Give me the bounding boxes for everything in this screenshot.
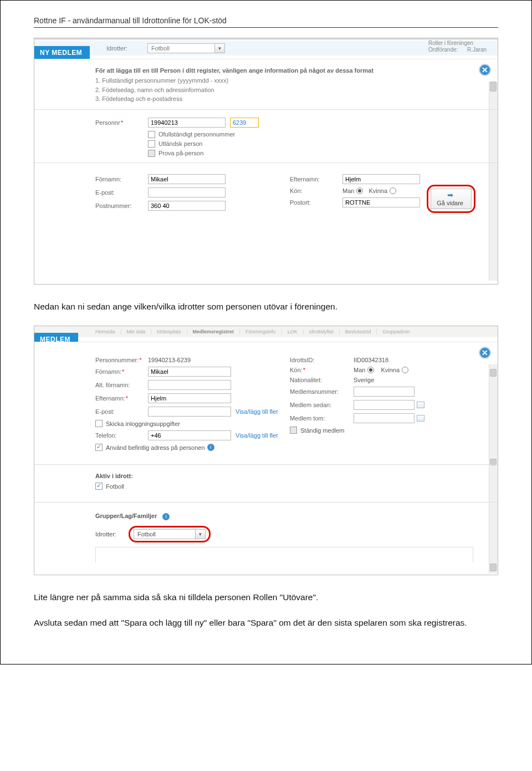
checkbox-utlandsk[interactable]	[148, 140, 155, 148]
medlemsnr-input[interactable]	[354, 387, 415, 397]
efternamn-input[interactable]	[342, 174, 420, 184]
personnr-label: Personnummer:	[95, 357, 148, 363]
medlem-sedan-input[interactable]	[354, 400, 415, 410]
postort-input[interactable]	[342, 197, 420, 207]
checkbox-standig[interactable]	[290, 427, 297, 434]
idrottsid-value: IID00342318	[354, 357, 388, 363]
aktiv-i-idrott-title: Aktiv i idrott:	[95, 473, 484, 479]
chevron-down-icon[interactable]	[214, 44, 224, 53]
fornamn-label: Förnamn:	[95, 368, 148, 375]
ga-vidare-button[interactable]: ➡ Gå vidare	[431, 189, 472, 209]
idrotter-select[interactable]: Fotboll	[134, 529, 206, 539]
personnr-input-1[interactable]	[148, 118, 226, 128]
radio-kvinna[interactable]	[402, 367, 408, 373]
header-rule	[34, 27, 498, 28]
radio-man[interactable]	[356, 187, 363, 194]
alt-fornamn-label: Alt. förnamn:	[95, 382, 148, 388]
visa-fler-link-2[interactable]: Visa/lägg till fler	[236, 432, 278, 439]
intro-line-3: 3. Födelsedag och e-postadress	[95, 94, 484, 104]
fornamn-input[interactable]	[148, 367, 231, 377]
calendar-icon[interactable]	[417, 402, 424, 408]
personnr-label: Personnr	[95, 119, 148, 126]
ga-vidare-highlight: ➡ Gå vidare	[427, 185, 475, 213]
top-nav: Hemsida Min sida Mötesplats Medlemsregis…	[34, 326, 498, 337]
efternamn-label: Efternamn:	[95, 395, 148, 402]
checkbox-prova-pa[interactable]	[148, 150, 155, 157]
idrotter-label: Idrotter:	[95, 531, 129, 537]
visa-fler-link[interactable]: Visa/lägg till fler	[236, 408, 278, 415]
bg-idrotter-select[interactable]: Fotboll	[147, 43, 225, 53]
background-toolbar: Idrotter: Fotboll Roller i föreningen Or…	[34, 41, 498, 55]
epost-label: E-post:	[95, 408, 148, 415]
medlem-tom-input[interactable]	[354, 413, 415, 423]
arrow-right-icon: ➡	[447, 191, 453, 199]
postnr-input[interactable]	[148, 201, 226, 211]
bg-roller-label: Roller i föreningen	[428, 40, 487, 47]
radio-kvinna[interactable]	[390, 187, 396, 194]
page-header: Rottne IF - användarmanual till Idrotton…	[34, 16, 498, 25]
checkbox-anvand-adress[interactable]: ✓	[95, 444, 103, 451]
efternamn-input[interactable]	[148, 393, 231, 403]
screenshot-medlem: Hemsida Min sida Mötesplats Medlemsregis…	[34, 326, 498, 575]
fornamn-label: Förnamn:	[95, 176, 148, 182]
calendar-icon[interactable]	[417, 415, 424, 422]
kon-label: Kön:	[290, 367, 354, 373]
efternamn-label: Efternamn:	[290, 176, 342, 182]
narrative-1: Nedan kan ni sedan ange vilken/vilka idr…	[34, 300, 498, 313]
personnr-value: 19940213-6239	[148, 357, 191, 363]
narrative-2: Lite längre ner på samma sida så ska ni …	[34, 591, 498, 604]
fornamn-input[interactable]	[148, 174, 226, 184]
info-icon[interactable]: i	[162, 513, 170, 520]
tab-ny-medlem[interactable]: NY MEDLEM	[34, 46, 90, 59]
info-icon[interactable]: i	[207, 444, 214, 451]
intro-line-2: 2. Födelsedag, namn och adressinformatio…	[95, 85, 484, 95]
intro-line-1: 1. Fullständigt personnummer (yyyymmdd -…	[95, 76, 484, 85]
checkbox-fotboll[interactable]: ✓	[95, 483, 103, 490]
medlemsnr-label: Medlemsnummer:	[290, 388, 354, 395]
medlem-sedan-label: Medlem sedan:	[290, 402, 354, 408]
personnr-input-2[interactable]	[230, 118, 259, 128]
radio-man[interactable]	[367, 367, 374, 373]
screenshot-ny-medlem: Idrotter: Fotboll Roller i föreningen Or…	[34, 38, 498, 285]
idrotter-highlight: Fotboll	[129, 526, 211, 542]
medlem-tom-label: Medlem tom:	[290, 415, 354, 422]
narrative-3: Avsluta sedan med att "Spara och lägg ti…	[34, 616, 498, 630]
checkbox-skicka[interactable]	[95, 420, 103, 427]
checkbox-ofullstandigt[interactable]	[148, 131, 155, 138]
postnr-label: Postnummer:	[95, 202, 148, 209]
document-page: Rottne IF - användarmanual till Idrotton…	[0, 0, 532, 665]
grupper-title: Grupper/Lag/Familjer	[95, 513, 157, 519]
bg-idrotter-label: Idrotter:	[106, 45, 127, 52]
alt-fornamn-input[interactable]	[148, 380, 231, 390]
epost-label: E-post:	[95, 189, 148, 196]
chevron-down-icon[interactable]	[195, 530, 205, 539]
nationalitet-label: Nationalitet:	[290, 377, 354, 383]
epost-input[interactable]	[148, 407, 231, 417]
idrottsid-label: IdrottsID:	[290, 357, 354, 363]
intro-heading: För att lägga till en till Person i ditt…	[95, 67, 484, 74]
telefon-label: Telefon:	[95, 432, 148, 439]
telefon-input[interactable]	[148, 430, 231, 440]
epost-input[interactable]	[148, 187, 226, 197]
postort-label: Postort:	[290, 199, 342, 206]
nationalitet-value: Sverige	[354, 377, 374, 383]
kon-label: Kön:	[290, 187, 342, 194]
